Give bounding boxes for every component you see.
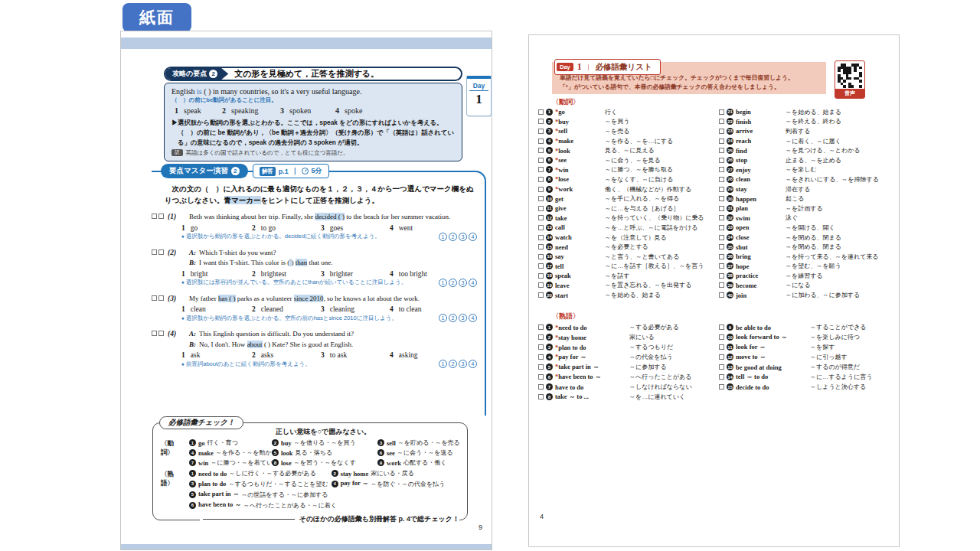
vc-verbs-grid: 1go行く・育つ2buy～を借りる・～を買う3sell～を貯める・～を売る4ma… bbox=[189, 439, 461, 467]
list-row: 26stop止まる、～を止める bbox=[719, 155, 892, 165]
check-box bbox=[719, 263, 724, 269]
list-row: 36bring～を持って来る、～を連れて来る bbox=[719, 252, 892, 262]
question: (1)Beth was thinking about her trip. Fin… bbox=[152, 212, 477, 241]
check-box bbox=[538, 344, 544, 350]
vocab-item: 2buy～を借りる・～を買う bbox=[272, 439, 374, 447]
option: 2speaking bbox=[222, 106, 280, 115]
list-row: 25find～を見つける、～とわかる bbox=[719, 145, 892, 155]
check-box bbox=[538, 129, 544, 134]
vocab-check-box: 必修語彙チェック！ 正しい意味を○で囲みなさい。 〈動詞〉 1go行く・育つ2b… bbox=[152, 422, 468, 520]
check-box bbox=[719, 244, 724, 249]
example-sentence: English is ( ) in many countries, so it'… bbox=[172, 87, 455, 96]
check-box bbox=[719, 215, 724, 220]
footer-text: そのほかの必修語彙も別冊解答 p. 4で総チェック！ bbox=[299, 514, 459, 524]
vocab-check-title: 必修語彙チェック！ bbox=[159, 416, 243, 429]
check-box bbox=[719, 324, 724, 330]
question-line: B:I want this T-shirt. This color is ( )… bbox=[189, 258, 477, 269]
example-explanation: ▶選択肢から動詞の形を選ぶとわかる。ここでは，speak をどの形にすればよいか… bbox=[172, 118, 455, 148]
check-box bbox=[719, 334, 724, 340]
list-row: 38practice～を練習する bbox=[719, 271, 892, 281]
check-box bbox=[538, 364, 544, 370]
option: 3to ask bbox=[321, 351, 390, 359]
answer-book-icon: 解答 bbox=[260, 167, 276, 176]
list-row: 33open～を開ける、開く bbox=[719, 223, 892, 233]
list-row: 23arrive到着する bbox=[719, 126, 892, 136]
question-line: A:Which T-shirt do you want? bbox=[189, 248, 477, 259]
list-row: 11give～に…を与える［あげる］ bbox=[538, 204, 711, 214]
audio-qr-box: 音声 bbox=[835, 60, 865, 99]
qr-code bbox=[838, 64, 862, 88]
vocab-item: 5take part in ～～の世話をする・～に参加する bbox=[189, 490, 461, 499]
check-box bbox=[719, 139, 724, 144]
list-row: 8*lose～をなくす、～に負ける bbox=[538, 174, 711, 184]
check-box bbox=[719, 344, 724, 350]
list-instruction-line1: 単語だけ見て語義を覚えていたら□にチェック。チェックがつくまで毎日復習しよう。 bbox=[560, 73, 794, 83]
list-row: 18speak～を話す bbox=[538, 271, 711, 281]
check-box bbox=[719, 273, 724, 279]
rp-idioms: 1*need to do～する必要がある2*stay home家にいる3*pla… bbox=[538, 322, 892, 402]
list-row: 1*need to do～する必要がある bbox=[538, 322, 711, 332]
list-row: 35shut～を閉める、閉まる bbox=[719, 242, 892, 252]
exercise-tag: 要点マスター演習 2 bbox=[161, 164, 248, 178]
point-tag-number: 2 bbox=[209, 70, 217, 78]
check-box bbox=[719, 254, 724, 259]
check-box bbox=[538, 158, 544, 163]
check-box bbox=[538, 167, 544, 172]
list-row: 16say～と言う、～と書いてある bbox=[538, 252, 711, 262]
list-title: 必修語彙リスト bbox=[596, 62, 652, 73]
question: (3)My father has ( ) parks as a voluntee… bbox=[152, 294, 477, 323]
check-box bbox=[719, 282, 724, 288]
check-box bbox=[538, 215, 544, 220]
check-box bbox=[152, 331, 157, 336]
list-row: 32swim泳ぐ bbox=[719, 214, 892, 223]
list-row: 9be able to do～することができる bbox=[719, 322, 892, 332]
check-box bbox=[152, 295, 157, 301]
list-row: 21begin～を始める、始まる bbox=[719, 107, 892, 117]
check-box bbox=[538, 384, 544, 390]
list-row: 9*work働く、（機械などが）作動する bbox=[538, 184, 711, 194]
list-row: 15need～を必要とする bbox=[538, 242, 711, 252]
check-box bbox=[719, 187, 724, 192]
left-page-top-band bbox=[121, 37, 492, 49]
check-box bbox=[719, 148, 724, 153]
question-number: (4) bbox=[168, 331, 176, 338]
point-title: 文の形を見極めて，正答を推測する。 bbox=[228, 68, 379, 80]
question: (2)A:Which T-shirt do you want?B:I want … bbox=[152, 248, 477, 287]
list-row: 20start～を始める、始まる bbox=[538, 290, 711, 300]
list-row: 15decide to do～しようと決心する bbox=[719, 382, 892, 392]
mark-bubble: 4 bbox=[469, 314, 477, 322]
point-tag-label: 攻略の要点 bbox=[172, 69, 207, 79]
translation-tag: 訳 bbox=[172, 149, 183, 156]
option: 3cleaning bbox=[321, 305, 390, 313]
check-box bbox=[158, 295, 164, 301]
check-box bbox=[158, 331, 164, 336]
question-line: B:No, I don't. How about ( ) Kate? She i… bbox=[189, 340, 477, 350]
check-box bbox=[152, 214, 157, 219]
vocab-item: 1need to do～しに行く・～する必要がある bbox=[189, 469, 328, 478]
list-row: 13call～を…と呼ぶ、～に電話をかける bbox=[538, 223, 711, 233]
check-box bbox=[719, 364, 724, 370]
list-row: 17tell～に…を話す［教える］、～を言う bbox=[538, 262, 711, 272]
check-box bbox=[538, 109, 544, 115]
mark-bubble: 2 bbox=[449, 279, 457, 287]
check-box bbox=[538, 374, 544, 380]
list-row: 1*go行く bbox=[538, 107, 711, 117]
exercise-tag-label: 要点マスター演習 bbox=[169, 166, 228, 176]
page-label: 紙面 bbox=[122, 3, 191, 32]
mark-bubble: 1 bbox=[439, 279, 447, 287]
list-row: 30happen起こる bbox=[719, 194, 892, 204]
list-row: 28clean～をきれいにする、～を掃除する bbox=[719, 174, 892, 184]
mark-bubble: 2 bbox=[449, 233, 457, 241]
check-box bbox=[538, 139, 544, 144]
option: 4spoke bbox=[335, 106, 455, 115]
question-number: (2) bbox=[168, 249, 176, 257]
question-number: (1) bbox=[168, 214, 176, 221]
check-box bbox=[719, 129, 724, 134]
translation-row: 訳 英語は多くの国で話されているので，とても役に立つ言語だ。 bbox=[172, 149, 455, 157]
option: 4asking bbox=[390, 351, 477, 359]
vocab-check-verbs-row: 〈動詞〉 1go行く・育つ2buy～を借りる・～を買う3sell～を貯める・～を… bbox=[161, 439, 461, 467]
check-box bbox=[719, 225, 724, 230]
vocab-check-footer: そのほかの必修語彙も別冊解答 p. 4で総チェック！ bbox=[200, 514, 459, 524]
check-box bbox=[538, 292, 544, 298]
check-box bbox=[719, 206, 724, 211]
